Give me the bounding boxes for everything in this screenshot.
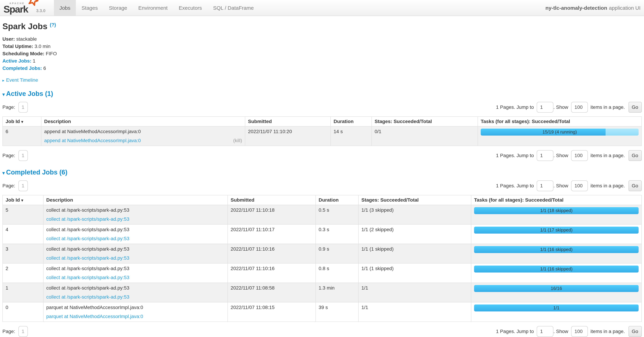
job-id-cell: 5 xyxy=(2,205,43,224)
job-id-cell: 6 xyxy=(2,126,41,146)
job-detail-link[interactable]: collect at /spark-scripts/spark-ad.py:53 xyxy=(46,275,130,280)
go-button[interactable]: Go xyxy=(628,180,642,191)
job-id-cell: 4 xyxy=(2,224,43,244)
app-name-suffix: application UI xyxy=(609,5,640,11)
nav-tabs: Jobs Stages Storage Environment Executor… xyxy=(54,0,259,16)
tab-environment[interactable]: Environment xyxy=(133,0,173,16)
active-pagination-top: Page: 1 Pages. Jump to . Show items in a… xyxy=(2,101,642,113)
tasks-cell: 1/1 xyxy=(471,302,642,322)
page-input[interactable] xyxy=(18,180,28,191)
kill-link[interactable]: (kill) xyxy=(233,137,242,144)
tasks-progress-bar: 1/1 (17 skipped) xyxy=(474,227,638,234)
tab-jobs[interactable]: Jobs xyxy=(54,0,76,16)
progress-label: 1/1 xyxy=(474,305,638,312)
page-input[interactable] xyxy=(18,150,28,161)
tasks-progress-bar: 1/1 (16 skipped) xyxy=(474,266,638,273)
progress-label: 1/1 (16 skipped) xyxy=(474,266,638,273)
job-detail-link[interactable]: collect at /spark-scripts/spark-ad.py:53 xyxy=(46,216,130,222)
tasks-cell: 1/1 (18 skipped) xyxy=(471,205,642,224)
caret-down-icon: ▾ xyxy=(2,92,5,97)
table-row: 4 collect at /spark-scripts/spark-ad.py:… xyxy=(2,224,642,244)
table-row: 5 collect at /spark-scripts/spark-ad.py:… xyxy=(2,205,642,224)
tab-sql-dataframe[interactable]: SQL / DataFrame xyxy=(208,0,259,16)
spark-logo: APACHE Spark xyxy=(4,0,33,14)
tasks-progress-bar: 1/1 (16 skipped) xyxy=(474,246,638,253)
completed-pagination-top: Page: 1 Pages. Jump to . Show items in a… xyxy=(2,180,642,192)
spark-star-icon xyxy=(28,0,38,7)
jump-to-input[interactable] xyxy=(537,102,554,112)
column-header-job-id[interactable]: Job Id ▾ xyxy=(2,117,41,126)
completed-jobs-table: Job Id ▾ Description Submitted Duration … xyxy=(2,195,642,322)
progress-label: 15/19 (4 running) xyxy=(481,129,638,136)
progress-label: 1/1 (16 skipped) xyxy=(474,246,638,253)
spark-wordmark: Spark xyxy=(4,4,28,14)
tab-stages[interactable]: Stages xyxy=(76,0,103,16)
column-header-stages[interactable]: Stages: Succeeded/Total xyxy=(358,195,471,205)
description-cell: append at NativeMethodAccessorImpl.java:… xyxy=(41,126,245,146)
pagination-controls: 1 Pages. Jump to . Show items in a page.… xyxy=(496,150,642,161)
top-navbar: APACHE Spark 3.3.0 Jobs Stages Storage E… xyxy=(0,0,644,16)
completed-table-header-row: Job Id ▾ Description Submitted Duration … xyxy=(2,195,642,205)
active-jobs-table: Job Id ▾ Description Submitted Duration … xyxy=(2,116,642,146)
spark-version: 3.3.0 xyxy=(36,8,46,13)
column-header-submitted[interactable]: Submitted xyxy=(245,117,330,126)
column-header-description[interactable]: Description xyxy=(43,195,228,205)
items-per-page-input[interactable] xyxy=(571,326,588,337)
help-link[interactable]: (?) xyxy=(50,22,56,27)
job-detail-link[interactable]: collect at /spark-scripts/spark-ad.py:53 xyxy=(46,255,130,261)
page-input[interactable] xyxy=(18,326,28,337)
progress-label: 16/16 xyxy=(474,285,638,292)
job-description: collect at /spark-scripts/spark-ad.py:53 xyxy=(46,285,225,291)
duration-cell: 0.9 s xyxy=(316,244,358,263)
active-jobs-link[interactable]: Active Jobs: xyxy=(2,58,32,64)
active-jobs-section-header[interactable]: ▾Active Jobs (1) xyxy=(2,90,642,98)
page-title: Spark Jobs (?) xyxy=(2,21,642,31)
summary-completed-jobs: Completed Jobs: 6 xyxy=(2,65,642,72)
completed-jobs-link[interactable]: Completed Jobs: xyxy=(2,65,42,71)
column-header-tasks[interactable]: Tasks (for all stages): Succeeded/Total xyxy=(478,117,642,126)
items-per-page-input[interactable] xyxy=(571,180,588,191)
column-header-tasks[interactable]: Tasks (for all stages): Succeeded/Total xyxy=(471,195,642,205)
tasks-progress-bar: 16/16 xyxy=(474,285,638,292)
column-header-duration[interactable]: Duration xyxy=(316,195,358,205)
event-timeline-toggle[interactable]: ▸Event Timeline xyxy=(2,77,642,83)
go-button[interactable]: Go xyxy=(628,326,642,337)
caret-right-icon: ▸ xyxy=(2,78,4,82)
description-cell: collect at /spark-scripts/spark-ad.py:53… xyxy=(43,244,228,263)
job-detail-link[interactable]: collect at /spark-scripts/spark-ad.py:53 xyxy=(46,294,130,300)
submitted-cell: 2022/11/07 11:10:16 xyxy=(228,244,316,263)
progress-label: 1/1 (18 skipped) xyxy=(474,207,638,214)
column-header-stages[interactable]: Stages: Succeeded/Total xyxy=(372,117,478,126)
page-input[interactable] xyxy=(18,102,28,112)
go-button[interactable]: Go xyxy=(628,150,642,161)
jump-to-input[interactable] xyxy=(537,150,554,161)
job-detail-link[interactable]: parquet at NativeMethodAccessorImpl.java… xyxy=(46,314,143,319)
description-cell: collect at /spark-scripts/spark-ad.py:53… xyxy=(43,263,228,283)
column-header-duration[interactable]: Duration xyxy=(330,117,372,126)
completed-jobs-section-header[interactable]: ▾Completed Jobs (6) xyxy=(2,169,642,176)
jump-to-input[interactable] xyxy=(537,326,554,337)
column-header-submitted[interactable]: Submitted xyxy=(228,195,316,205)
column-header-job-id[interactable]: Job Id ▾ xyxy=(2,195,43,205)
column-header-description[interactable]: Description xyxy=(41,117,245,126)
job-detail-link[interactable]: collect at /spark-scripts/spark-ad.py:53 xyxy=(46,236,130,241)
tab-storage[interactable]: Storage xyxy=(103,0,133,16)
tasks-cell: 1/1 (16 skipped) xyxy=(471,263,642,283)
pagination-controls: 1 Pages. Jump to . Show items in a page.… xyxy=(496,102,642,112)
table-row: 1 collect at /spark-scripts/spark-ad.py:… xyxy=(2,283,642,302)
sort-desc-icon: ▾ xyxy=(21,198,23,202)
caret-down-icon: ▾ xyxy=(2,170,5,176)
go-button[interactable]: Go xyxy=(628,102,642,112)
summary-user: User: stackable xyxy=(2,35,642,43)
jump-to-input[interactable] xyxy=(537,180,554,191)
duration-cell: 0.3 s xyxy=(316,224,358,244)
tasks-progress-bar: 1/1 (18 skipped) xyxy=(474,207,638,214)
sort-desc-icon: ▾ xyxy=(21,120,23,124)
tab-executors[interactable]: Executors xyxy=(173,0,208,16)
items-per-page-input[interactable] xyxy=(571,150,588,161)
spark-jobs-page: APACHE Spark 3.3.0 Jobs Stages Storage E… xyxy=(0,0,644,337)
spark-logo-link[interactable]: APACHE Spark 3.3.0 xyxy=(3,0,49,16)
items-per-page-input[interactable] xyxy=(571,102,588,112)
job-description: collect at /spark-scripts/spark-ad.py:53 xyxy=(46,265,225,272)
job-detail-link[interactable]: append at NativeMethodAccessorImpl.java:… xyxy=(44,138,141,143)
